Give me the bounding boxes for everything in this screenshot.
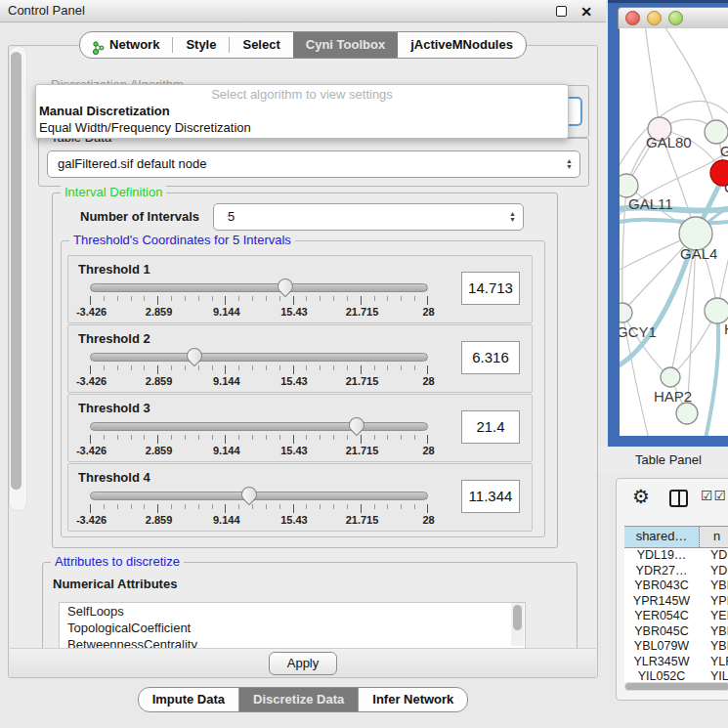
threshold-3-panel: Threshold 3 -3.4262.8599.14415.4321.7152…: [67, 394, 533, 462]
network-node[interactable]: [620, 303, 632, 322]
select-checkboxes-icon[interactable]: ☑☑: [701, 488, 727, 503]
threshold-3-value-field[interactable]: 21.4: [461, 410, 520, 444]
threshold-2-panel: Threshold 2 -3.4262.8599.14415.4321.7152…: [67, 324, 533, 393]
number-of-intervals-label: Number of Intervals: [80, 209, 199, 224]
algorithm-dropdown-popup: Select algorithm to view settings Manual…: [35, 84, 569, 139]
threshold-4-panel: Threshold 4 -3.4262.8599.14415.4321.7152…: [67, 463, 533, 532]
slider-track[interactable]: [90, 492, 428, 500]
slider-track[interactable]: [90, 422, 428, 431]
table-horizontal-scrollbar[interactable]: [624, 682, 728, 691]
slider-track[interactable]: [90, 353, 428, 362]
network-window-titlebar[interactable]: [618, 7, 728, 29]
threshold-2-slider[interactable]: -3.4262.8599.14415.4321.71528: [90, 349, 428, 390]
network-edge[interactable]: [663, 28, 716, 132]
attribute-item[interactable]: TopologicalCoefficient: [60, 620, 525, 636]
network-canvas[interactable]: GAL80GACGAL11GAL4GCY1HHAP2: [620, 28, 728, 436]
chevron-updown-icon: ▲▼: [509, 211, 516, 223]
chevron-updown-icon: ▲▼: [566, 158, 573, 170]
tick-label: 15.43: [280, 306, 308, 318]
control-panel-body: Discretization Algorithm Table Data galF…: [8, 45, 598, 678]
network-node[interactable]: [661, 367, 680, 387]
dropdown-option-equal-width-frequency[interactable]: Equal Width/Frequency Discretization: [39, 120, 251, 135]
slider-thumb[interactable]: [274, 276, 296, 298]
settings-vertical-scrollbar[interactable]: [9, 46, 27, 511]
top-tabbar: Network Style Select Cyni Toolbox jActiv…: [0, 31, 606, 59]
tab-infer-network[interactable]: Infer Network: [358, 688, 467, 711]
attributes-group: Attributes to discretize Numerical Attri…: [42, 562, 578, 652]
table-row[interactable]: YBR045CYBR0: [624, 624, 728, 640]
table-row[interactable]: YER054CYER0: [624, 609, 728, 624]
attribute-item[interactable]: SelfLoops: [60, 603, 525, 620]
thresholds-group-title: Threshold's Coordinates for 5 Intervals: [69, 233, 295, 247]
apply-button[interactable]: Apply: [269, 652, 337, 675]
table-row[interactable]: YLR345WYLR3: [624, 655, 728, 670]
tick-label: 2.859: [146, 306, 173, 318]
table-row[interactable]: YIL052CYIL0: [624, 669, 728, 682]
table-row[interactable]: YBR043CYBR0: [624, 578, 728, 594]
tab-cyni-toolbox[interactable]: Cyni Toolbox: [293, 32, 398, 58]
tab-jactivemnodules[interactable]: jActiveMNodules: [398, 32, 526, 58]
network-node[interactable]: [705, 120, 728, 144]
control-panel-titlebar: Control Panel ✕: [0, 0, 606, 22]
numerical-attributes-label: Numerical Attributes: [53, 577, 177, 591]
zoom-traffic-light-icon[interactable]: [668, 11, 683, 25]
threshold-3-slider[interactable]: -3.4262.8599.14415.4321.71528: [90, 418, 428, 459]
tab-impute-data[interactable]: Impute Data: [139, 688, 238, 711]
table-row[interactable]: YBL079WYBL0: [624, 639, 728, 655]
tab-label: Cyni Toolbox: [306, 32, 385, 58]
tab-select[interactable]: Select: [230, 32, 292, 58]
network-node-label: H: [724, 321, 728, 337]
table-row[interactable]: YPR145WYPR1: [624, 594, 728, 610]
scrollbar-thumb[interactable]: [11, 52, 21, 490]
table-data-select[interactable]: galFiltered.sif default node ▲▼: [47, 150, 580, 178]
close-traffic-light-icon[interactable]: [625, 11, 640, 25]
threshold-2-label: Threshold 2: [78, 331, 150, 346]
interval-definition-group: Interval Definition Number of Intervals …: [52, 193, 558, 548]
slider-track[interactable]: [90, 283, 428, 292]
threshold-4-value-field[interactable]: 11.344: [461, 480, 520, 513]
tick-label: -3.426: [76, 306, 107, 318]
number-of-intervals-select[interactable]: 5 ▲▼: [213, 203, 524, 231]
column-header-shared-name[interactable]: shared…: [624, 527, 700, 547]
threshold-1-value-field[interactable]: 14.713: [461, 272, 520, 305]
network-node[interactable]: [620, 174, 638, 197]
thresholds-group: Threshold's Coordinates for 5 Intervals …: [61, 240, 545, 537]
tab-style[interactable]: Style: [173, 32, 229, 58]
tick-label: 2.859: [146, 514, 173, 526]
tick-label: 28: [422, 375, 434, 387]
slider-tick-labels: -3.4262.8599.14415.4321.71528: [90, 514, 428, 527]
tab-network[interactable]: Network: [80, 32, 172, 58]
network-edge[interactable]: [622, 313, 670, 377]
float-window-icon[interactable]: [556, 6, 567, 17]
tick-label: 21.715: [346, 375, 379, 387]
table-row[interactable]: YDL19…YDL1: [624, 548, 728, 564]
close-icon[interactable]: ✕: [580, 1, 592, 22]
network-edge[interactable]: [622, 186, 626, 313]
gear-icon[interactable]: ⚙: [632, 485, 650, 508]
numerical-attributes-list[interactable]: SelfLoopsTopologicalCoefficientBetweenne…: [59, 602, 526, 649]
tick-label: 2.859: [146, 375, 173, 387]
columns-icon[interactable]: [669, 490, 688, 507]
tick-label: 28: [422, 514, 434, 526]
table-row[interactable]: YDR27…YDR2: [624, 564, 728, 579]
network-edge[interactable]: [645, 28, 660, 129]
scrollbar-thumb[interactable]: [625, 683, 728, 690]
dropdown-option-manual-discretization[interactable]: Manual Discretization: [39, 104, 170, 118]
slider-thumb[interactable]: [346, 414, 368, 437]
tick-label: 9.144: [213, 514, 240, 526]
threshold-1-slider[interactable]: -3.4262.8599.14415.4321.71528: [90, 279, 428, 321]
tick-label: 9.144: [213, 306, 240, 318]
threshold-2-value-field[interactable]: 6.316: [461, 341, 520, 374]
number-of-intervals-value: 5: [228, 204, 235, 229]
tick-label: 9.144: [213, 375, 240, 387]
network-node[interactable]: [676, 403, 698, 424]
minimize-traffic-light-icon[interactable]: [647, 11, 662, 25]
tab-discretize-data[interactable]: Discretize Data: [238, 688, 358, 711]
slider-thumb[interactable]: [237, 484, 260, 506]
threshold-4-slider[interactable]: -3.4262.8599.14415.4321.71528: [90, 488, 428, 529]
scrollbar-thumb[interactable]: [513, 605, 522, 630]
slider-thumb[interactable]: [184, 345, 206, 367]
attributes-list-scrollbar[interactable]: [511, 603, 524, 646]
column-header-name[interactable]: n: [700, 527, 728, 547]
slider-tick-labels: -3.4262.8599.14415.4321.71528: [90, 375, 428, 388]
